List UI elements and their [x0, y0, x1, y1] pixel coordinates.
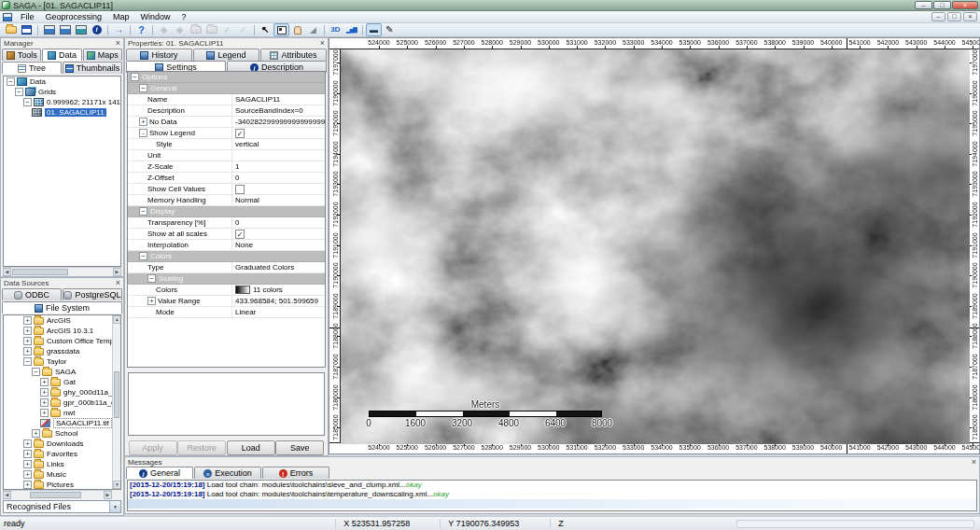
expand-icon[interactable]: +	[23, 439, 32, 448]
collapse-icon[interactable]: −	[7, 77, 15, 86]
close-icon[interactable]: ×	[116, 39, 120, 48]
collapse-icon[interactable]: −	[23, 357, 32, 366]
file-tree-item-school[interactable]: +School	[4, 428, 120, 439]
collapse-icon[interactable]: −	[147, 274, 156, 283]
open-file-button[interactable]	[3, 23, 19, 36]
property-value[interactable]: None	[232, 240, 325, 250]
expand-icon[interactable]: +	[32, 429, 40, 438]
expand-icon[interactable]: +	[40, 398, 49, 407]
expand-icon[interactable]: +	[23, 470, 32, 479]
histogram-button[interactable]: ▂▅▇	[343, 23, 359, 36]
zoom-tool-button[interactable]	[273, 23, 289, 36]
file-tree-item-music[interactable]: +Music	[4, 469, 120, 480]
properties-tab-legend[interactable]: Legend	[193, 49, 259, 61]
messages-tab-general[interactable]: General	[126, 467, 193, 479]
file-tree-item-gpr-000b11a-e[interactable]: +gpr_000b11a_e	[4, 398, 120, 408]
property-value[interactable]: 0	[232, 217, 325, 228]
expand-icon[interactable]: +	[40, 409, 49, 417]
undo-changes-button[interactable]: ✓	[235, 23, 251, 36]
horizontal-scrollbar[interactable]: ◀ ▶	[3, 267, 121, 275]
property-value[interactable]	[232, 184, 325, 194]
scroll-up-icon[interactable]: ▲	[113, 315, 121, 324]
collapse-icon[interactable]: −	[139, 252, 147, 260]
expand-icon[interactable]: +	[147, 297, 156, 305]
collapse-icon[interactable]: −	[139, 207, 147, 216]
close-icon[interactable]: ×	[952, 1, 978, 9]
data-tree-item-grids[interactable]: −Grids	[4, 87, 120, 97]
expand-icon[interactable]: +	[139, 118, 147, 126]
data-tree-item-data[interactable]: −Data	[4, 77, 120, 87]
scroll-right-icon[interactable]: ▶	[104, 491, 112, 499]
collapse-icon[interactable]: −	[139, 84, 147, 92]
property-value[interactable]: 433.968584; 501.599659	[232, 296, 325, 306]
property-section-general[interactable]: −General	[128, 83, 325, 94]
mdi-restore-icon[interactable]: □	[947, 12, 961, 21]
file-tree-item-pictures[interactable]: +Pictures	[4, 480, 120, 490]
manager-tab-maps[interactable]: Maps	[83, 49, 122, 61]
property-value[interactable]: -3402822999999999999999990000000000	[232, 117, 325, 127]
zoom-previous-button[interactable]: ◆	[156, 23, 172, 36]
scrollbar-thumb[interactable]	[30, 492, 81, 498]
property-section-options[interactable]: −Options	[128, 72, 325, 83]
tool-libraries-button[interactable]: →	[111, 23, 127, 36]
scroll-left-icon[interactable]: ◀	[3, 268, 11, 276]
data-tree-item-01-sagaclip11[interactable]: 01. SAGACLIP11	[4, 107, 120, 118]
file-tree-item-custom-office-templates[interactable]: +Custom Office Templates	[4, 336, 120, 346]
help-button[interactable]: ?	[133, 23, 149, 36]
manager-tab-tree[interactable]: Tree	[2, 62, 62, 74]
collapse-icon[interactable]: −	[131, 73, 139, 81]
checkbox-icon[interactable]: ✓	[235, 230, 245, 239]
manager-tab-data[interactable]: Data	[42, 49, 81, 61]
expand-icon[interactable]: +	[23, 347, 32, 356]
close-icon[interactable]: ×	[320, 39, 325, 48]
data-tree-item-0-999962-21171x-14169y-5235[interactable]: −0.999962; 21171x 14169y; 5235	[4, 97, 120, 107]
data-sources-tab-file-system[interactable]: File System	[2, 301, 122, 314]
file-tree-item-grassdata[interactable]: +grassdata	[4, 346, 120, 356]
data-sources-tab-postgresql[interactable]: PostgreSQL	[63, 288, 122, 300]
save-button[interactable]: Save	[275, 440, 324, 455]
property-value[interactable]	[232, 150, 325, 160]
menu-item-geoprocessing[interactable]: Geoprocessing	[40, 11, 108, 22]
horizontal-scrollbar[interactable]: ◀ ▶	[3, 490, 112, 498]
close-icon[interactable]: ×	[972, 458, 976, 467]
file-tree-item-arcgis[interactable]: +ArcGIS	[4, 315, 120, 326]
data-sources-tab-odbc[interactable]: ODBC	[2, 288, 62, 300]
zoom-next-button[interactable]: ◆	[172, 23, 188, 36]
property-value[interactable]: ✓	[232, 128, 325, 138]
profile-button[interactable]: ✎	[382, 23, 398, 36]
properties-tab-history[interactable]: History	[126, 49, 192, 61]
expand-icon[interactable]: +	[23, 450, 32, 458]
apply-button[interactable]: Apply	[129, 440, 177, 455]
menu-item-window[interactable]: Window	[135, 11, 176, 22]
scroll-right-icon[interactable]: ▶	[113, 268, 121, 276]
import-data-button[interactable]	[188, 23, 203, 36]
file-tree-item-gat[interactable]: +Gat	[4, 377, 120, 387]
selected-log-line[interactable]	[128, 499, 976, 509]
mdi-minimize-icon[interactable]: –	[931, 12, 945, 21]
messages-tab-errors[interactable]: Errors	[262, 467, 329, 479]
expand-icon[interactable]: +	[23, 460, 32, 468]
export-data-button[interactable]	[203, 23, 219, 36]
apply-changes-button[interactable]: ✓	[219, 23, 235, 36]
load-button[interactable]: Load	[227, 440, 275, 455]
scroll-down-icon[interactable]: ▼	[113, 481, 121, 489]
file-tree-item-links[interactable]: +Links	[4, 459, 120, 469]
file-tree-item-downloads[interactable]: +Downloads	[4, 439, 120, 449]
menu-item-help[interactable]: ?	[176, 11, 192, 22]
expand-icon[interactable]: +	[23, 481, 32, 489]
checkbox-icon[interactable]: ✓	[235, 129, 245, 138]
file-tree-item-arcgis-10-3-1[interactable]: +ArcGIS 10.3.1	[4, 326, 120, 336]
collapse-icon[interactable]: -	[139, 129, 147, 137]
messages-tab-execution[interactable]: Execution	[194, 467, 261, 479]
show-data-source-button[interactable]	[73, 23, 89, 36]
file-tree-item-favorites[interactable]: +Favorites	[4, 449, 120, 459]
file-tree-item-ghy-000d11a-e[interactable]: +ghy_000d11a_e	[4, 387, 120, 398]
maximize-icon[interactable]: □	[933, 1, 951, 9]
chevron-down-icon[interactable]: ▼	[109, 501, 120, 512]
property-value[interactable]: ✓	[232, 229, 325, 239]
map-canvas[interactable]: Meters 016003200480064008000	[341, 49, 970, 444]
save-button[interactable]	[19, 23, 35, 36]
vertical-scrollbar[interactable]: ▲ ▼	[112, 315, 120, 489]
menu-item-map[interactable]: Map	[107, 11, 135, 22]
scrollbar-thumb[interactable]	[12, 269, 68, 275]
